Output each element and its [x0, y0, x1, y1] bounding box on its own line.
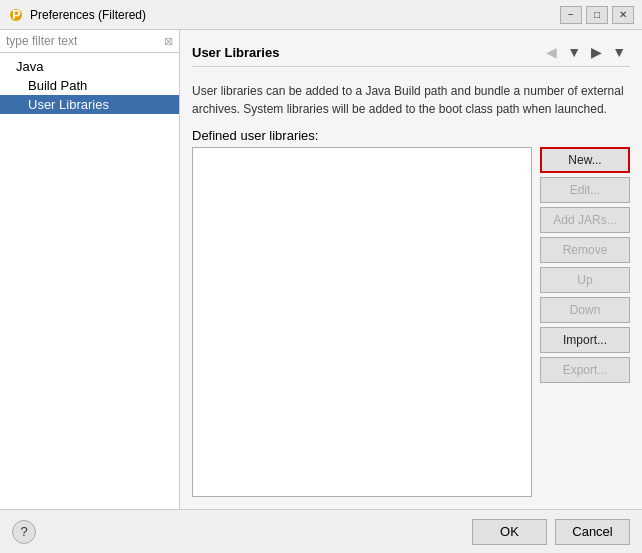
main-content: ⊠ Java Build Path User Libraries User Li…	[0, 30, 642, 509]
new-button[interactable]: New...	[540, 147, 630, 173]
filter-input[interactable]	[6, 34, 160, 48]
maximize-button[interactable]: □	[586, 6, 608, 24]
tree-area: Java Build Path User Libraries	[0, 53, 179, 509]
title-bar: P Preferences (Filtered) − □ ✕	[0, 0, 642, 30]
panel-header: User Libraries ◀ ▼ ▶ ▼	[192, 42, 630, 62]
nav-dropdown-button[interactable]: ▼	[563, 42, 585, 62]
panel-description: User libraries can be added to a Java Bu…	[192, 82, 630, 118]
separator	[192, 66, 630, 67]
right-panel: User Libraries ◀ ▼ ▶ ▼ User libraries ca…	[180, 30, 642, 509]
panel-nav-buttons: ◀ ▼ ▶ ▼	[542, 42, 630, 62]
help-button[interactable]: ?	[12, 520, 36, 544]
cancel-button[interactable]: Cancel	[555, 519, 630, 545]
nav-dropdown2-button[interactable]: ▼	[608, 42, 630, 62]
window-controls: − □ ✕	[560, 6, 634, 24]
edit-button[interactable]: Edit...	[540, 177, 630, 203]
up-button[interactable]: Up	[540, 267, 630, 293]
app-icon: P	[8, 7, 24, 23]
filter-box: ⊠	[0, 30, 179, 53]
sidebar-item-build-path[interactable]: Build Path	[0, 76, 179, 95]
sidebar-item-user-libraries[interactable]: User Libraries	[0, 95, 179, 114]
ok-button[interactable]: OK	[472, 519, 547, 545]
dialog-buttons: OK Cancel	[472, 519, 630, 545]
sidebar: ⊠ Java Build Path User Libraries	[0, 30, 180, 509]
library-area: New... Edit... Add JARs... Remove Up Dow…	[192, 147, 630, 497]
import-button[interactable]: Import...	[540, 327, 630, 353]
svg-text:P: P	[12, 7, 21, 22]
sidebar-item-java[interactable]: Java	[0, 57, 179, 76]
nav-back-button[interactable]: ◀	[542, 42, 561, 62]
remove-button[interactable]: Remove	[540, 237, 630, 263]
close-button[interactable]: ✕	[612, 6, 634, 24]
minimize-button[interactable]: −	[560, 6, 582, 24]
window-title: Preferences (Filtered)	[30, 8, 146, 22]
export-button[interactable]: Export...	[540, 357, 630, 383]
bottom-bar: ? OK Cancel	[0, 509, 642, 553]
nav-forward-button[interactable]: ▶	[587, 42, 606, 62]
filter-clear-icon[interactable]: ⊠	[164, 35, 173, 48]
library-buttons: New... Edit... Add JARs... Remove Up Dow…	[540, 147, 630, 497]
add-jars-button[interactable]: Add JARs...	[540, 207, 630, 233]
down-button[interactable]: Down	[540, 297, 630, 323]
panel-title-text: User Libraries	[192, 45, 279, 60]
library-list[interactable]	[192, 147, 532, 497]
defined-label: Defined user libraries:	[192, 128, 630, 143]
